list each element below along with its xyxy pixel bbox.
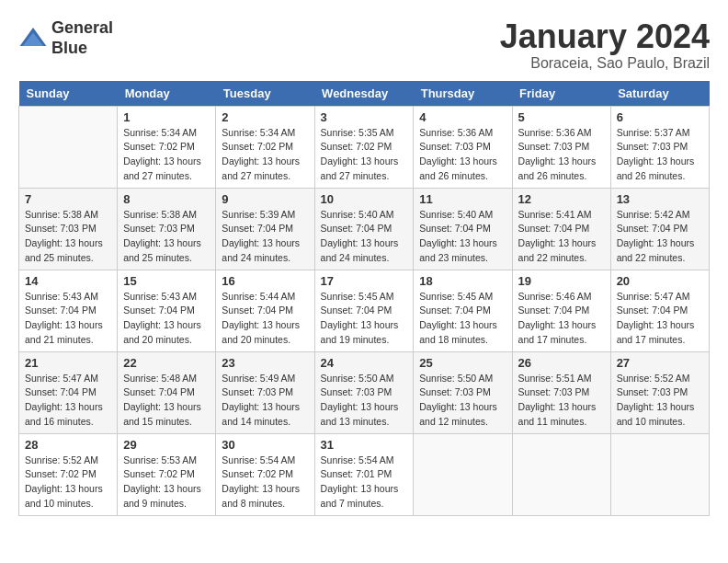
calendar-cell: 10Sunrise: 5:40 AMSunset: 7:04 PMDayligh… [314,188,414,270]
calendar-cell: 27Sunrise: 5:52 AMSunset: 7:03 PMDayligh… [610,351,709,433]
day-number: 15 [123,274,210,288]
calendar-cell: 30Sunrise: 5:54 AMSunset: 7:02 PMDayligh… [216,433,314,515]
calendar-cell: 26Sunrise: 5:51 AMSunset: 7:03 PMDayligh… [512,351,610,433]
weekday-header-row: SundayMondayTuesdayWednesdayThursdayFrid… [19,81,710,107]
day-number: 8 [123,192,210,206]
calendar-cell: 6Sunrise: 5:37 AMSunset: 7:03 PMDaylight… [610,106,709,188]
weekday-header-thursday: Thursday [414,81,512,107]
calendar-cell [19,106,118,188]
day-number: 7 [25,192,111,206]
calendar-cell: 7Sunrise: 5:38 AMSunset: 7:03 PMDaylight… [19,188,118,270]
calendar-cell: 3Sunrise: 5:35 AMSunset: 7:02 PMDaylight… [314,106,414,188]
day-number: 11 [419,192,506,206]
weekday-header-tuesday: Tuesday [216,81,314,107]
calendar-cell: 24Sunrise: 5:50 AMSunset: 7:03 PMDayligh… [314,351,414,433]
day-detail: Sunrise: 5:34 AMSunset: 7:02 PMDaylight:… [123,126,210,184]
calendar-cell: 22Sunrise: 5:48 AMSunset: 7:04 PMDayligh… [118,351,216,433]
day-detail: Sunrise: 5:47 AMSunset: 7:04 PMDaylight:… [25,372,111,430]
day-number: 22 [123,356,210,370]
calendar-cell [610,433,709,515]
week-row-4: 21Sunrise: 5:47 AMSunset: 7:04 PMDayligh… [19,351,710,433]
calendar-cell: 5Sunrise: 5:36 AMSunset: 7:03 PMDaylight… [512,106,610,188]
weekday-header-monday: Monday [118,81,216,107]
calendar-cell: 15Sunrise: 5:43 AMSunset: 7:04 PMDayligh… [118,270,216,351]
day-detail: Sunrise: 5:39 AMSunset: 7:04 PMDaylight:… [222,208,308,266]
calendar-cell: 18Sunrise: 5:45 AMSunset: 7:04 PMDayligh… [414,270,512,351]
day-number: 26 [518,356,605,370]
day-number: 18 [419,274,506,288]
weekday-header-saturday: Saturday [610,81,709,107]
day-detail: Sunrise: 5:40 AMSunset: 7:04 PMDaylight:… [419,208,506,266]
day-detail: Sunrise: 5:54 AMSunset: 7:02 PMDaylight:… [222,454,308,511]
month-title: January 2024 [500,18,710,55]
calendar-cell: 16Sunrise: 5:44 AMSunset: 7:04 PMDayligh… [216,270,314,351]
calendar-cell: 17Sunrise: 5:45 AMSunset: 7:04 PMDayligh… [314,270,414,351]
day-detail: Sunrise: 5:36 AMSunset: 7:03 PMDaylight:… [518,126,605,184]
calendar-cell: 4Sunrise: 5:36 AMSunset: 7:03 PMDaylight… [414,106,512,188]
day-number: 25 [419,356,506,370]
logo-icon [18,24,48,53]
week-row-1: 1Sunrise: 5:34 AMSunset: 7:02 PMDaylight… [19,106,710,188]
calendar-cell: 8Sunrise: 5:38 AMSunset: 7:03 PMDaylight… [118,188,216,270]
calendar-cell: 1Sunrise: 5:34 AMSunset: 7:02 PMDaylight… [118,106,216,188]
day-detail: Sunrise: 5:45 AMSunset: 7:04 PMDaylight:… [321,290,408,348]
day-detail: Sunrise: 5:48 AMSunset: 7:04 PMDaylight:… [123,372,210,430]
calendar-cell: 13Sunrise: 5:42 AMSunset: 7:04 PMDayligh… [610,188,709,270]
day-number: 24 [321,356,408,370]
day-number: 31 [321,438,408,452]
calendar-cell: 11Sunrise: 5:40 AMSunset: 7:04 PMDayligh… [414,188,512,270]
day-number: 28 [25,438,111,452]
calendar-cell [414,433,512,515]
day-detail: Sunrise: 5:38 AMSunset: 7:03 PMDaylight:… [123,208,210,266]
weekday-header-sunday: Sunday [19,81,118,107]
day-detail: Sunrise: 5:35 AMSunset: 7:02 PMDaylight:… [321,126,408,184]
calendar-cell: 31Sunrise: 5:54 AMSunset: 7:01 PMDayligh… [314,433,414,515]
day-detail: Sunrise: 5:52 AMSunset: 7:03 PMDaylight:… [617,372,703,430]
calendar-cell: 28Sunrise: 5:52 AMSunset: 7:02 PMDayligh… [19,433,118,515]
day-number: 14 [25,274,111,288]
calendar-cell: 14Sunrise: 5:43 AMSunset: 7:04 PMDayligh… [19,270,118,351]
day-detail: Sunrise: 5:49 AMSunset: 7:03 PMDaylight:… [222,372,308,430]
week-row-5: 28Sunrise: 5:52 AMSunset: 7:02 PMDayligh… [19,433,710,515]
day-detail: Sunrise: 5:53 AMSunset: 7:02 PMDaylight:… [123,454,210,511]
day-number: 2 [222,110,308,124]
day-number: 10 [321,192,408,206]
day-number: 6 [617,110,703,124]
day-detail: Sunrise: 5:40 AMSunset: 7:04 PMDaylight:… [321,208,408,266]
day-detail: Sunrise: 5:51 AMSunset: 7:03 PMDaylight:… [518,372,605,430]
day-number: 29 [123,438,210,452]
day-number: 30 [222,438,308,452]
day-number: 5 [518,110,605,124]
day-detail: Sunrise: 5:52 AMSunset: 7:02 PMDaylight:… [25,454,111,511]
day-detail: Sunrise: 5:36 AMSunset: 7:03 PMDaylight:… [419,126,506,184]
calendar-cell: 20Sunrise: 5:47 AMSunset: 7:04 PMDayligh… [610,270,709,351]
calendar-cell: 12Sunrise: 5:41 AMSunset: 7:04 PMDayligh… [512,188,610,270]
day-detail: Sunrise: 5:46 AMSunset: 7:04 PMDaylight:… [518,290,605,348]
calendar-table: SundayMondayTuesdayWednesdayThursdayFrid… [18,81,710,516]
day-number: 3 [321,110,408,124]
day-number: 21 [25,356,111,370]
day-detail: Sunrise: 5:38 AMSunset: 7:03 PMDaylight:… [25,208,111,266]
calendar-cell: 2Sunrise: 5:34 AMSunset: 7:02 PMDaylight… [216,106,314,188]
day-detail: Sunrise: 5:41 AMSunset: 7:04 PMDaylight:… [518,208,605,266]
day-detail: Sunrise: 5:37 AMSunset: 7:03 PMDaylight:… [617,126,703,184]
calendar-cell: 23Sunrise: 5:49 AMSunset: 7:03 PMDayligh… [216,351,314,433]
weekday-header-friday: Friday [512,81,610,107]
day-detail: Sunrise: 5:43 AMSunset: 7:04 PMDaylight:… [25,290,111,348]
calendar-cell: 21Sunrise: 5:47 AMSunset: 7:04 PMDayligh… [19,351,118,433]
logo: General Blue [18,18,113,58]
day-number: 4 [419,110,506,124]
calendar-cell: 19Sunrise: 5:46 AMSunset: 7:04 PMDayligh… [512,270,610,351]
day-number: 16 [222,274,308,288]
day-detail: Sunrise: 5:45 AMSunset: 7:04 PMDaylight:… [419,290,506,348]
day-number: 9 [222,192,308,206]
day-detail: Sunrise: 5:50 AMSunset: 7:03 PMDaylight:… [321,372,408,430]
page-header: General Blue January 2024 Boraceia, Sao … [18,18,710,72]
week-row-2: 7Sunrise: 5:38 AMSunset: 7:03 PMDaylight… [19,188,710,270]
day-number: 20 [617,274,703,288]
calendar-cell: 29Sunrise: 5:53 AMSunset: 7:02 PMDayligh… [118,433,216,515]
day-detail: Sunrise: 5:42 AMSunset: 7:04 PMDaylight:… [617,208,703,266]
day-detail: Sunrise: 5:34 AMSunset: 7:02 PMDaylight:… [222,126,308,184]
calendar-cell: 25Sunrise: 5:50 AMSunset: 7:03 PMDayligh… [414,351,512,433]
calendar-cell: 9Sunrise: 5:39 AMSunset: 7:04 PMDaylight… [216,188,314,270]
